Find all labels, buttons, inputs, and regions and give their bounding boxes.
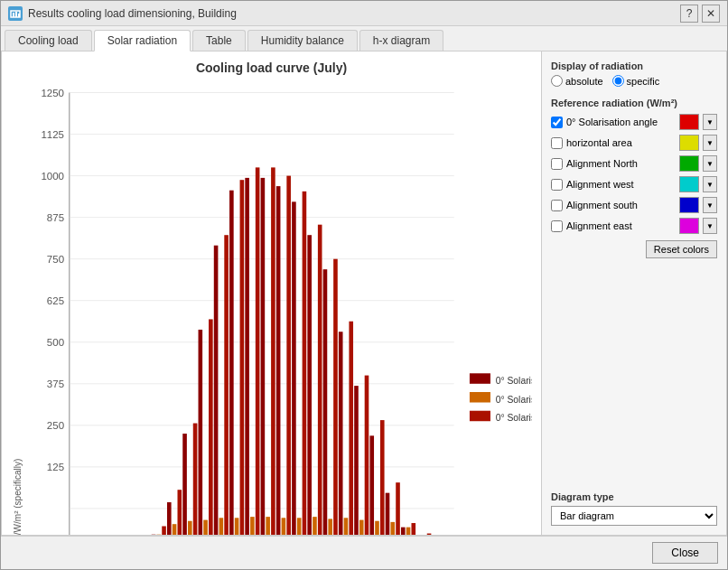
- checkbox-row-0: 0° Solarisation angle ▼: [551, 114, 717, 130]
- svg-text:0° Solarisation angle - tot.: 0° Solarisation angle - tot.: [496, 413, 532, 423]
- svg-rect-58: [229, 191, 234, 536]
- main-window: Results cooling load dimensioning, Build…: [0, 0, 728, 570]
- display-radiation-section: Display of radiation absolute specific: [551, 61, 717, 90]
- color-swatch-5[interactable]: [679, 218, 699, 234]
- svg-rect-51: [193, 424, 198, 536]
- diagram-type-section: Diagram type Bar diagram Line diagram Ar…: [551, 491, 717, 526]
- color-swatch-3[interactable]: [679, 176, 699, 192]
- svg-rect-73: [307, 235, 312, 536]
- svg-rect-59: [235, 518, 239, 536]
- color-dropdown-3[interactable]: ▼: [703, 176, 717, 192]
- chart-svg: 1250 1125 1000 875 750 625 500 375 250 1…: [23, 82, 532, 536]
- svg-rect-75: [318, 225, 322, 536]
- svg-rect-60: [240, 180, 245, 536]
- svg-rect-77: [328, 519, 332, 536]
- svg-rect-93: [411, 523, 415, 536]
- svg-rect-83: [359, 520, 364, 536]
- tab-humidity-balance[interactable]: Humidity balance: [247, 30, 358, 51]
- color-dropdown-5[interactable]: ▼: [703, 218, 717, 234]
- svg-rect-68: [282, 518, 286, 536]
- absolute-radio[interactable]: [551, 75, 563, 87]
- checkbox-alignment-north[interactable]: [551, 158, 563, 170]
- svg-rect-56: [219, 518, 224, 536]
- svg-rect-89: [390, 522, 395, 536]
- checkbox-row-5: Alignment east ▼: [551, 218, 717, 234]
- svg-rect-90: [396, 482, 400, 536]
- svg-rect-81: [349, 322, 353, 536]
- svg-rect-88: [386, 493, 390, 536]
- svg-rect-55: [214, 246, 219, 536]
- checkbox-alignment-east[interactable]: [551, 220, 563, 232]
- svg-text:375: 375: [47, 378, 64, 389]
- chart-title: Cooling load curve (July): [196, 61, 347, 75]
- title-bar: Results cooling load dimensioning, Build…: [1, 1, 727, 26]
- reference-radiation-title: Reference radiation (W/m²): [551, 98, 717, 108]
- color-swatch-2[interactable]: [679, 155, 699, 172]
- specific-radio[interactable]: [612, 75, 624, 87]
- svg-rect-125: [470, 411, 490, 422]
- tab-hx-diagram[interactable]: h-x diagram: [359, 30, 443, 51]
- svg-rect-65: [266, 517, 270, 536]
- close-button[interactable]: ✕: [702, 5, 720, 23]
- checkbox-row-2: Alignment North ▼: [551, 155, 717, 172]
- specific-radio-label[interactable]: specific: [612, 75, 660, 87]
- checkbox-label-2: Alignment North: [566, 158, 676, 169]
- svg-rect-71: [297, 518, 302, 536]
- checkbox-label-1: horizontal area: [566, 137, 676, 148]
- svg-rect-86: [375, 521, 379, 536]
- diagram-type-label: Diagram type: [551, 491, 717, 502]
- color-swatch-0[interactable]: [679, 114, 699, 130]
- svg-text:1000: 1000: [41, 171, 64, 182]
- checkbox-alignment-west[interactable]: [551, 179, 563, 191]
- svg-rect-49: [182, 434, 187, 536]
- tab-cooling-load[interactable]: Cooling load: [5, 30, 92, 51]
- svg-rect-123: [470, 392, 490, 403]
- color-swatch-4[interactable]: [679, 197, 699, 213]
- chart-area: Cooling load curve (July) solar radiatio…: [2, 51, 541, 535]
- checkbox-label-3: Alignment west: [566, 179, 676, 190]
- absolute-radio-label[interactable]: absolute: [551, 75, 603, 87]
- checkbox-horizontal[interactable]: [551, 137, 563, 149]
- svg-text:1125: 1125: [41, 129, 64, 140]
- reference-radiation-section: Reference radiation (W/m²) 0° Solarisati…: [551, 98, 717, 258]
- svg-rect-57: [224, 235, 229, 536]
- svg-rect-87: [380, 420, 385, 536]
- color-dropdown-4[interactable]: ▼: [703, 197, 717, 213]
- tab-solar-radiation[interactable]: Solar radiation: [94, 30, 191, 51]
- checkbox-label-0: 0° Solarisation angle: [566, 117, 676, 127]
- absolute-label: absolute: [565, 76, 603, 87]
- svg-text:1250: 1250: [41, 88, 64, 98]
- svg-rect-84: [365, 376, 369, 536]
- color-dropdown-2[interactable]: ▼: [703, 155, 717, 172]
- diagram-type-select[interactable]: Bar diagram Line diagram Area diagram: [551, 506, 717, 526]
- svg-rect-76: [323, 269, 328, 536]
- display-radiation-title: Display of radiation: [551, 61, 717, 71]
- reset-colors-button[interactable]: Reset colors: [646, 240, 717, 258]
- color-dropdown-1[interactable]: ▼: [703, 135, 717, 151]
- svg-rect-79: [339, 332, 343, 536]
- checkbox-row-1: horizontal area ▼: [551, 135, 717, 151]
- checkbox-solarisation-0[interactable]: [551, 117, 563, 128]
- checkbox-alignment-south[interactable]: [551, 200, 563, 211]
- tab-table[interactable]: Table: [192, 30, 246, 51]
- svg-rect-3: [18, 14, 20, 17]
- svg-rect-64: [261, 178, 266, 536]
- color-dropdown-0[interactable]: ▼: [703, 114, 717, 130]
- svg-rect-2: [15, 12, 17, 17]
- svg-text:0° Solarisation angle - dir.: 0° Solarisation angle - dir.: [496, 376, 532, 386]
- svg-rect-74: [313, 517, 317, 536]
- svg-text:250: 250: [47, 420, 64, 431]
- svg-rect-69: [286, 176, 291, 536]
- svg-rect-54: [209, 319, 213, 536]
- color-swatch-1[interactable]: [679, 135, 699, 151]
- svg-rect-52: [199, 330, 203, 536]
- svg-text:750: 750: [47, 254, 64, 265]
- svg-text:500: 500: [47, 337, 64, 348]
- help-button[interactable]: ?: [680, 5, 698, 23]
- svg-rect-62: [250, 517, 255, 536]
- title-bar-controls: ? ✕: [680, 5, 720, 23]
- svg-rect-66: [271, 167, 275, 536]
- svg-rect-63: [256, 167, 260, 536]
- radiation-radio-group: absolute specific: [551, 75, 717, 87]
- close-button-footer[interactable]: Close: [652, 542, 718, 564]
